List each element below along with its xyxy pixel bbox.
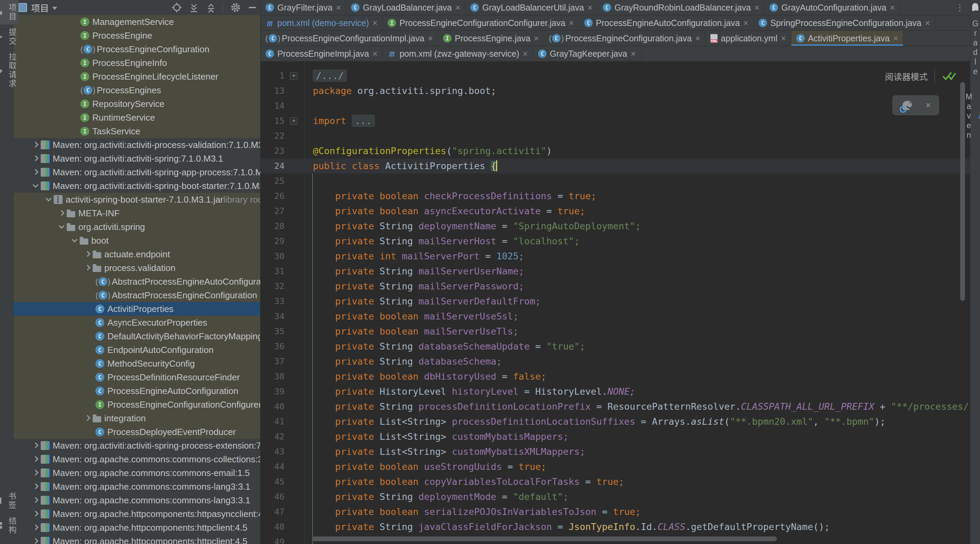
tab-close-icon[interactable]: × [428, 34, 433, 43]
editor-tab[interactable]: IProcessEngineConfigurationConfigurer.ja… [383, 15, 579, 30]
chevron-expanded-icon[interactable] [30, 181, 41, 191]
tab-close-icon[interactable]: × [372, 19, 377, 27]
code-line[interactable]: 43private List<String> customMybatisXMLM… [261, 444, 970, 459]
chevron-expanded-icon[interactable] [69, 235, 80, 246]
code-line[interactable]: 30private int mailServerPort = 1025; [261, 249, 970, 264]
code-line[interactable]: 45private boolean copyVariablesToLocalFo… [261, 474, 970, 489]
tab-close-icon[interactable]: × [569, 19, 574, 27]
inspections-ok-icon[interactable] [942, 70, 957, 82]
tree-row[interactable]: boot [13, 234, 260, 247]
tree-row[interactable]: Maven: org.activiti:activiti-spring:7.1.… [13, 152, 260, 165]
chevron-collapsed-icon[interactable] [83, 263, 93, 273]
fold-marker-icon[interactable]: + [290, 72, 298, 79]
tab-close-icon[interactable]: × [743, 19, 749, 27]
chevron-collapsed-icon[interactable] [83, 413, 93, 423]
gradle-reload-widget[interactable]: × [892, 95, 939, 115]
code-line[interactable]: 15+import ... [261, 113, 970, 128]
tree-row[interactable]: (C)AbstractProcessEngineConfiguration [13, 289, 260, 302]
toolwindow-project[interactable]: 项目 [0, 0, 19, 25]
tab-close-icon[interactable]: × [630, 49, 636, 58]
tab-close-icon[interactable]: × [695, 34, 700, 43]
tree-row[interactable]: CProcessDefinitionResourceFinder [13, 370, 260, 384]
tree-row[interactable]: Maven: org.activiti:activiti-spring-proc… [13, 439, 260, 452]
editor-tab[interactable]: CProcessEngineAutoConfiguration.java× [579, 15, 754, 30]
tree-row[interactable]: IRepositoryService [13, 97, 260, 111]
code-line[interactable]: 34private boolean mailServerUseSsl; [261, 309, 970, 324]
code-line[interactable]: 35private boolean mailServerUseTls; [261, 324, 970, 339]
code-line[interactable]: 38private boolean dbHistoryUsed = false; [261, 369, 970, 384]
collapse-all-icon[interactable] [206, 2, 216, 13]
expand-all-icon[interactable] [189, 2, 199, 13]
tree-row[interactable]: actuate.endpoint [13, 247, 260, 261]
tree-row[interactable]: IManagementService [13, 15, 260, 29]
tab-close-icon[interactable]: × [372, 49, 377, 58]
close-icon[interactable]: × [925, 100, 931, 111]
tree-row[interactable]: IProcessEngineInfo [13, 56, 260, 70]
code-line[interactable]: 14 [261, 98, 970, 113]
tree-row[interactable]: IProcessEngineLifecycleListener [13, 70, 260, 83]
toolwindow-structure[interactable]: 结构 [0, 513, 19, 538]
editor-tab[interactable]: (C)ProcessEngineConfigurationImpl.java× [261, 31, 438, 46]
tree-row[interactable]: Maven: org.apache.httpcomponents:httpasy… [13, 507, 260, 521]
code-line[interactable]: 29private String mailServerHost = "local… [261, 234, 970, 249]
editor-tab[interactable]: CProcessEngineImpl.java× [261, 46, 383, 61]
chevron-collapsed-icon[interactable] [30, 536, 41, 544]
tab-close-icon[interactable]: × [522, 49, 528, 58]
code-line[interactable]: 22 [261, 128, 970, 144]
chevron-expanded-icon[interactable] [56, 222, 67, 232]
chevron-collapsed-icon[interactable] [56, 208, 67, 218]
editor-tab[interactable]: mpom.xml (demo-service)× [261, 15, 383, 30]
tree-row[interactable]: IProcessEngine [13, 29, 260, 42]
horizontal-scrollbar[interactable] [312, 536, 777, 541]
editor-tab[interactable]: CActivitiProperties.java× [791, 31, 904, 46]
code-line[interactable]: 24public class ActivitiProperties { [261, 159, 970, 174]
editor-tab[interactable]: IProcessEngine.java× [438, 31, 544, 46]
chevron-collapsed-icon[interactable] [30, 454, 41, 465]
code-line[interactable]: 25 [261, 174, 970, 189]
code-line[interactable]: 13package org.activiti.spring.boot; [261, 83, 970, 98]
editor-tab[interactable]: CGrayFilter.java× [261, 0, 346, 15]
code-line[interactable]: 46private String deploymentMode = "defau… [261, 489, 970, 504]
tree-row[interactable]: Maven: org.activiti:activiti-spring-boot… [13, 179, 260, 193]
locate-file-icon[interactable] [172, 2, 182, 13]
tree-row[interactable]: CEndpointAutoConfiguration [13, 343, 260, 357]
tree-row[interactable]: activiti-spring-boot-starter-7.1.0.M3.1.… [13, 193, 260, 206]
tree-row[interactable]: Maven: org.apache.commons:commons-lang3:… [13, 480, 260, 493]
chevron-collapsed-icon[interactable] [30, 522, 41, 533]
chevron-collapsed-icon[interactable] [30, 167, 41, 178]
tree-row[interactable]: Maven: org.activiti:activiti-process-val… [13, 138, 260, 152]
tree-row[interactable]: CMethodSecurityConfig [13, 357, 260, 370]
tab-close-icon[interactable]: × [893, 34, 898, 43]
tree-row[interactable]: IRuntimeService [13, 111, 260, 124]
chevron-collapsed-icon[interactable] [30, 482, 41, 492]
tree-row[interactable]: CAsyncExecutorProperties [13, 316, 260, 330]
tree-row[interactable]: (C)ProcessEngines [13, 83, 260, 97]
tree-row[interactable]: (C)AbstractProcessEngineAutoConfiguratio… [13, 275, 260, 289]
tab-close-icon[interactable]: × [455, 3, 460, 12]
tab-close-icon[interactable]: × [336, 3, 341, 12]
settings-gear-icon[interactable] [230, 2, 241, 13]
editor-tab[interactable]: CSpringProcessEngineConfiguration.java× [754, 15, 935, 30]
tab-close-icon[interactable]: × [754, 3, 759, 12]
tree-row[interactable]: Maven: org.apache.commons:commons-lang3:… [13, 493, 260, 507]
editor-tab[interactable]: CGrayLoadBalancer.java× [346, 0, 465, 15]
editor-tab[interactable]: mpom.xml (zwz-gateway-service)× [383, 46, 533, 61]
editor-tab[interactable]: CGrayAutoConfiguration.java× [765, 0, 900, 15]
editor-tab[interactable]: CGrayTagKeeper.java× [533, 46, 641, 61]
chevron-collapsed-icon[interactable] [30, 468, 41, 478]
tree-row[interactable]: integration [13, 411, 260, 425]
project-view-icon[interactable] [18, 3, 27, 12]
chevron-collapsed-icon[interactable] [30, 441, 41, 451]
tree-row[interactable]: Maven: org.apache.httpcomponents:httpcli… [13, 534, 260, 544]
reader-mode-label[interactable]: 阅读器模式 [885, 70, 928, 82]
code-line[interactable]: 32private String mailServerPassword; [261, 279, 970, 294]
editor-tab[interactable]: (C)ProcessEngineConfiguration.java× [544, 31, 705, 46]
toolwindow-pull-requests[interactable]: 拉取请求 [0, 49, 19, 92]
tree-row[interactable]: ITaskService [13, 124, 260, 138]
code-editor[interactable]: 1+/.../13package org.activiti.spring.boo… [261, 62, 970, 544]
code-line[interactable]: 37private String databaseSchema; [261, 354, 970, 369]
toolwindow-maven[interactable]: m Maven [964, 89, 980, 144]
project-panel-title[interactable]: 项目 [31, 2, 49, 14]
tree-row[interactable]: META-INF [13, 206, 260, 220]
tab-close-icon[interactable]: × [534, 34, 539, 43]
